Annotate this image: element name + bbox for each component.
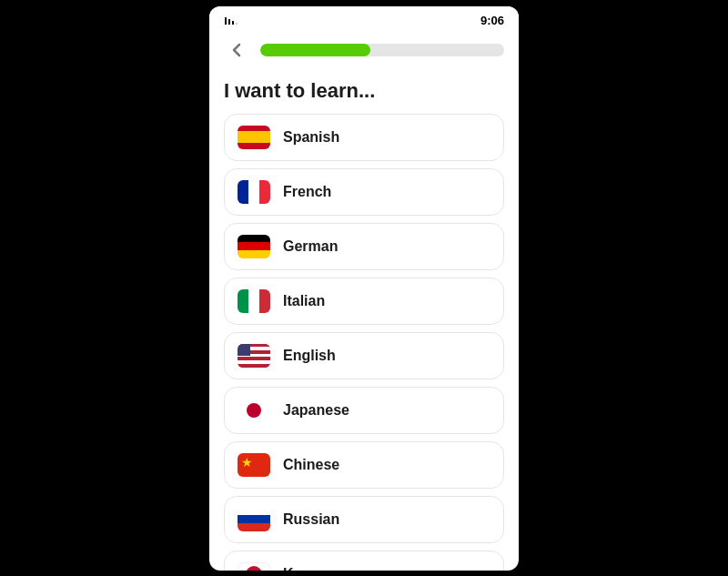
language-name-fr: French — [283, 184, 331, 200]
language-item-de[interactable]: German — [224, 223, 504, 270]
language-item-zh[interactable]: ★ Chinese — [224, 441, 504, 489]
flag-kr — [238, 562, 270, 571]
flag-us — [238, 344, 270, 368]
page-title: I want to learn... — [209, 70, 519, 114]
language-list: Spanish French German — [209, 114, 519, 571]
progress-bar-fill — [260, 44, 370, 56]
flag-ru — [238, 508, 270, 531]
language-name-en: English — [283, 348, 336, 364]
flag-jp — [238, 399, 270, 422]
language-item-ru[interactable]: Russian — [224, 496, 504, 543]
language-name-de: German — [283, 238, 338, 255]
status-time: 9:06 — [480, 14, 504, 27]
language-item-ko[interactable]: Korean — [224, 551, 504, 571]
flag-es — [238, 126, 270, 149]
language-name-ru: Russian — [283, 511, 339, 528]
svg-rect-1 — [228, 19, 230, 25]
flag-cn: ★ — [238, 453, 270, 477]
language-name-ko: Korean — [283, 566, 333, 571]
flag-it — [238, 289, 270, 313]
back-button[interactable] — [224, 37, 249, 63]
svg-rect-3 — [236, 23, 238, 25]
status-icon — [224, 14, 238, 28]
flag-de — [238, 235, 270, 258]
language-item-en[interactable]: English — [224, 332, 504, 379]
svg-rect-2 — [232, 21, 234, 25]
language-item-ja[interactable]: Japanese — [224, 387, 504, 434]
svg-rect-0 — [225, 17, 227, 25]
language-name-es: Spanish — [283, 129, 339, 146]
language-item-fr[interactable]: French — [224, 168, 504, 216]
language-name-ja: Japanese — [283, 402, 349, 419]
language-name-zh: Chinese — [283, 457, 339, 473]
progress-bar — [260, 44, 504, 56]
status-bar: 9:06 — [209, 6, 519, 32]
language-item-it[interactable]: Italian — [224, 278, 504, 325]
flag-fr — [238, 180, 270, 204]
language-item-es[interactable]: Spanish — [224, 114, 504, 161]
language-name-it: Italian — [283, 293, 325, 309]
phone-container: 9:06 I want to learn... Spanish Frenc — [209, 6, 519, 571]
nav-bar — [209, 32, 519, 70]
